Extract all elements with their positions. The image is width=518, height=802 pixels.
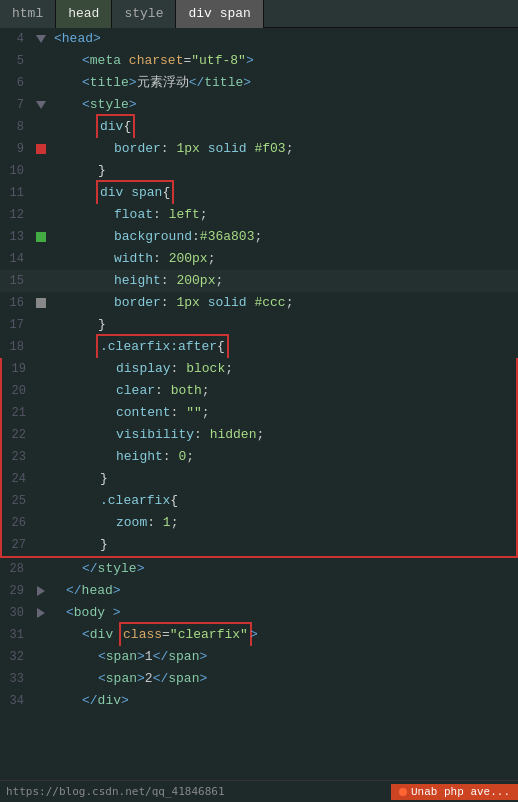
code-line-18: 18 .clearfix:after{ [0, 336, 518, 358]
code-line-25: 25 .clearfix{ [0, 490, 518, 512]
tab-div-span[interactable]: div span [176, 0, 263, 28]
line-number: 8 [0, 120, 32, 134]
line-number: 30 [0, 606, 32, 620]
line-content: <style> [50, 94, 518, 116]
code-line-5: 5 <meta charset="utf-8"> [0, 50, 518, 72]
line-indicator [32, 167, 50, 175]
line-indicator [32, 608, 50, 618]
code-line-4: 4 <head> [0, 28, 518, 50]
code-line-33: 33 <span>2</span> [0, 668, 518, 690]
line-number: 11 [0, 186, 32, 200]
line-indicator [32, 35, 50, 43]
line-content: border: 1px solid #ccc; [50, 292, 518, 314]
code-line-11: 11 div span{ [0, 182, 518, 204]
line-indicator [32, 586, 50, 596]
tab-html[interactable]: html [0, 0, 56, 28]
tab-bar: html head style div span [0, 0, 518, 28]
line-content: .clearfix:after{ [50, 336, 518, 358]
line-content: content: ""; [52, 402, 516, 424]
line-number: 28 [0, 562, 32, 576]
line-number: 34 [0, 694, 32, 708]
code-line-19: 19 display: block; [0, 358, 518, 380]
line-content: .clearfix{ [52, 490, 516, 512]
line-content: } [50, 314, 518, 336]
line-number: 4 [0, 32, 32, 46]
line-content: </style> [50, 558, 518, 580]
line-content: </head> [50, 580, 518, 602]
line-content: div{ [50, 116, 518, 138]
code-line-21: 21 content: ""; [0, 402, 518, 424]
code-line-9: 9 border: 1px solid #f03; [0, 138, 518, 160]
line-number: 14 [0, 252, 32, 266]
line-content: </div> [50, 690, 518, 712]
line-number: 26 [2, 516, 34, 530]
line-content: height: 0; [52, 446, 516, 468]
line-number: 22 [2, 428, 34, 442]
tab-style[interactable]: style [112, 0, 176, 28]
code-line-20: 20 clear: both; [0, 380, 518, 402]
line-number: 17 [0, 318, 32, 332]
code-line-27: 27 } [0, 534, 518, 558]
bottom-url: https://blog.csdn.net/qq_41846861 [0, 785, 231, 798]
line-number: 9 [0, 142, 32, 156]
line-number: 23 [2, 450, 34, 464]
code-line-6: 6 <title>元素浮动</title> [0, 72, 518, 94]
line-content: float: left; [50, 204, 518, 226]
line-number: 10 [0, 164, 32, 178]
line-content: <div class="clearfix"> [50, 624, 518, 646]
code-line-30: 30 <body > [0, 602, 518, 624]
code-line-13: 13 background:#36a803; [0, 226, 518, 248]
line-content: display: block; [52, 358, 516, 380]
line-number: 16 [0, 296, 32, 310]
line-content: <head> [50, 28, 518, 50]
code-line-29: 29 </head> [0, 580, 518, 602]
tab-head[interactable]: head [56, 0, 112, 28]
bottom-label: Unab php ave... [391, 784, 518, 800]
line-number: 20 [2, 384, 34, 398]
line-number: 15 [0, 274, 32, 288]
line-number: 5 [0, 54, 32, 68]
code-line-14: 14 width: 200px; [0, 248, 518, 270]
line-number: 27 [2, 538, 34, 552]
code-line-31: 31 <div class="clearfix"> [0, 624, 518, 646]
line-number: 7 [0, 98, 32, 112]
line-content: visibility: hidden; [52, 424, 516, 446]
line-number: 18 [0, 340, 32, 354]
line-indicator [32, 232, 50, 242]
line-content: height: 200px; [50, 270, 518, 292]
line-content: } [52, 534, 516, 556]
line-number: 19 [2, 362, 34, 376]
code-line-7: 7 <style> [0, 94, 518, 116]
line-number: 21 [2, 406, 34, 420]
line-content: <span>2</span> [50, 668, 518, 690]
line-content: <span>1</span> [50, 646, 518, 668]
line-number: 6 [0, 76, 32, 90]
code-line-26: 26 zoom: 1; [0, 512, 518, 534]
line-content: clear: both; [52, 380, 516, 402]
dot-gray [36, 298, 46, 308]
line-number: 29 [0, 584, 32, 598]
line-content: } [52, 468, 516, 490]
line-number: 31 [0, 628, 32, 642]
line-content: } [50, 160, 518, 182]
code-line-23: 23 height: 0; [0, 446, 518, 468]
code-line-8: 8 div{ [0, 116, 518, 138]
code-line-28: 28 </style> [0, 558, 518, 580]
line-number: 25 [2, 494, 34, 508]
code-line-15: 15 height: 200px; [0, 270, 518, 292]
line-content: border: 1px solid #f03; [50, 138, 518, 160]
line-content: width: 200px; [50, 248, 518, 270]
code-line-12: 12 float: left; [0, 204, 518, 226]
line-number: 12 [0, 208, 32, 222]
line-content: background:#36a803; [50, 226, 518, 248]
line-content: <title>元素浮动</title> [50, 72, 518, 94]
line-number: 13 [0, 230, 32, 244]
code-area: 4 <head> 5 <meta charset="utf-8"> 6 <tit… [0, 28, 518, 802]
code-line-34: 34 </div> [0, 690, 518, 712]
line-indicator [32, 144, 50, 154]
code-line-32: 32 <span>1</span> [0, 646, 518, 668]
line-content: <body > [50, 602, 518, 624]
line-number: 24 [2, 472, 34, 486]
dot-red [36, 144, 46, 154]
code-line-17: 17 } [0, 314, 518, 336]
